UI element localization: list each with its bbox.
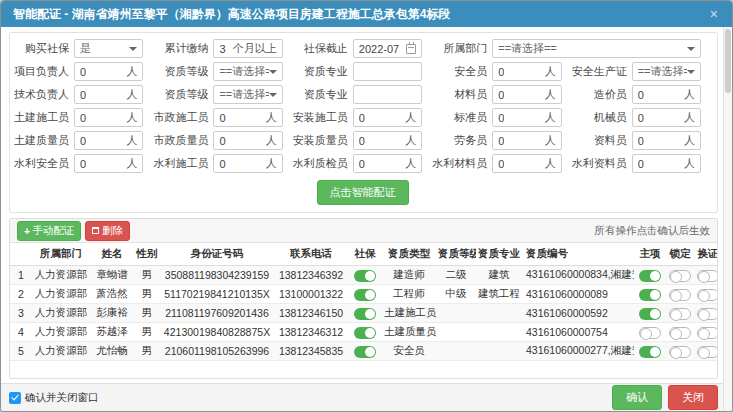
cell-cert_type: 土建质量员 [382,323,436,342]
text-field[interactable]: 0人 [632,85,701,104]
social-security-toggle[interactable] [354,346,376,358]
close-button[interactable]: 关闭 [668,385,718,410]
renew-cert-toggle[interactable] [697,346,718,358]
date-field[interactable]: 2022-07 [353,39,422,58]
scrollbar-thumb[interactable] [725,29,731,93]
text-field[interactable]: 0人 [74,62,143,81]
social-security-toggle[interactable] [354,270,376,282]
main-item-toggle[interactable] [639,308,661,320]
text-field[interactable]: 0人 [74,85,143,104]
text-field[interactable] [353,85,422,104]
confirm-close-checkbox[interactable] [9,392,21,404]
table-body: 1人力资源部章蚴谱男35088119830423915913812346392建… [10,266,718,361]
smart-configure-button[interactable]: 点击智能配证 [317,180,409,205]
cell-phone: 13812346392 [274,266,348,285]
text-field[interactable]: 0人 [492,131,561,150]
renew-cert-toggle[interactable] [697,270,718,282]
field-label: 购买社保 [14,41,74,56]
cell-cert_major: 建筑工程 [476,285,522,304]
field-label: 市政施工员 [153,110,213,125]
input-suffix: 人 [266,110,277,125]
table-row: 2人力资源部萧浩然男51170219841210135X13100001322工… [10,285,718,304]
cell-lock [666,323,694,342]
text-field[interactable]: 0人 [213,131,282,150]
field-label: 造价员 [572,87,632,102]
form-field: 市政质量员0人 [153,131,292,150]
form-field: 水利材料员0人 [432,154,571,173]
text-field[interactable]: 3个月以上 [213,39,282,58]
cell-social [348,342,382,361]
text-field[interactable]: 0人 [492,62,561,81]
smart-button-row: 点击智能配证 [14,175,711,207]
table-header-row: 所属部门姓名性别身份证号码联系电话社保资质类型资质等级资质专业资质编号主项锁定换… [10,243,718,266]
text-field[interactable]: 0人 [213,154,282,173]
scrollbar-track[interactable] [723,27,732,411]
chevron-down-icon [269,93,277,97]
input-value: 0 [638,112,644,124]
input-suffix: 人 [684,156,695,171]
field-select[interactable]: ==请选择== [213,85,282,104]
main-item-toggle[interactable] [639,270,661,282]
input-suffix: 人 [684,87,695,102]
cell-no: 5 [10,342,32,361]
text-field[interactable]: 0人 [74,108,143,127]
column-header: 身份证号码 [160,243,274,266]
cell-id_number: 42130019840828875X [160,323,274,342]
text-field[interactable] [353,62,422,81]
form-field: 资质等级==请选择== [153,62,292,81]
close-icon[interactable]: × [708,7,720,21]
main-item-toggle[interactable] [639,346,661,358]
input-value: 0 [219,158,225,170]
text-field[interactable]: 0人 [74,131,143,150]
date-value: 2022-07 [359,43,399,55]
field-select[interactable]: ==请选择== [213,62,282,81]
text-field[interactable]: 0人 [353,108,422,127]
social-security-toggle[interactable] [354,308,376,320]
field-select[interactable]: ==请选择== [632,62,701,81]
main-item-toggle[interactable] [639,289,661,301]
input-value: 0 [498,135,504,147]
cell-cert_major [476,323,522,342]
social-security-toggle[interactable] [354,289,376,301]
delete-label: 删除 [102,224,123,238]
cell-no: 1 [10,266,32,285]
lock-toggle[interactable] [669,270,691,282]
field-select[interactable]: 是 [74,39,143,58]
text-field[interactable]: 0人 [492,108,561,127]
personnel-table: 所属部门姓名性别身份证号码联系电话社保资质类型资质等级资质专业资质编号主项锁定换… [10,243,718,361]
text-field[interactable]: 0人 [74,154,143,173]
input-value: 0 [498,89,504,101]
field-select[interactable]: ==请选择== [492,39,701,58]
text-field[interactable]: 0人 [353,131,422,150]
lock-toggle[interactable] [669,308,691,320]
input-value: 0 [359,135,365,147]
cell-lock [666,342,694,361]
lock-toggle[interactable] [669,327,691,339]
confirm-button[interactable]: 确认 [612,385,662,410]
lock-toggle[interactable] [669,346,691,358]
text-field[interactable]: 0人 [492,85,561,104]
renew-cert-toggle[interactable] [697,308,718,320]
column-header: 换证 [694,243,718,266]
text-field[interactable]: 0人 [213,108,282,127]
form-field: 水利质检员0人 [293,154,432,173]
delete-button[interactable]: 删除 [85,221,130,241]
text-field[interactable]: 0人 [632,154,701,173]
renew-cert-toggle[interactable] [697,289,718,301]
text-field[interactable]: 0人 [353,154,422,173]
text-field[interactable]: 0人 [492,154,561,173]
social-security-toggle[interactable] [354,327,376,339]
input-value: 3 [219,43,225,55]
cell-cert_major [476,342,522,361]
manual-configure-button[interactable]: +手动配证 [17,221,81,241]
input-suffix: 人 [266,156,277,171]
form-row: 购买社保是累计缴纳3个月以上社保截止2022-07所属部门==请选择== [14,37,711,60]
text-field[interactable]: 0人 [632,108,701,127]
lock-toggle[interactable] [669,289,691,301]
cell-lock [666,266,694,285]
main-item-toggle[interactable] [639,327,661,339]
cell-id_number: 51170219841210135X [160,285,274,304]
text-field[interactable]: 0人 [632,131,701,150]
renew-cert-toggle[interactable] [697,327,718,339]
input-suffix: 个月以上 [233,41,277,56]
